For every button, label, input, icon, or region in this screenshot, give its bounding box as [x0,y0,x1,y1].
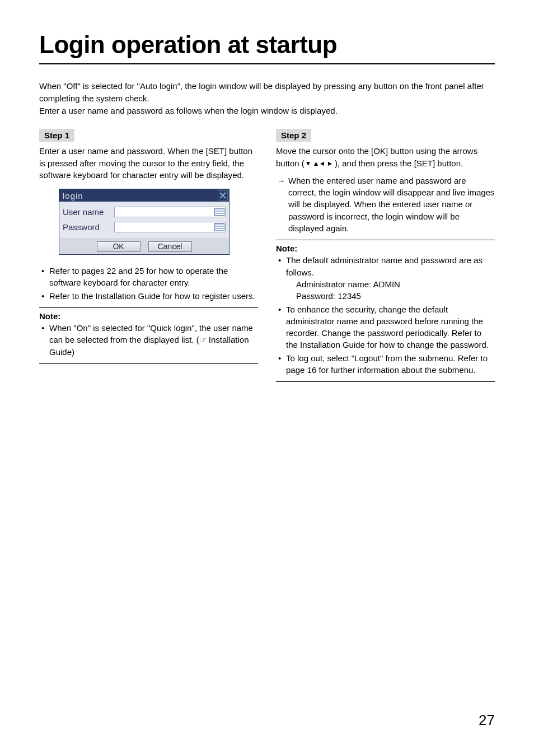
arrow-buttons-icon [305,158,335,168]
ok-button[interactable]: OK [97,241,140,252]
note-label: Note: [276,244,495,253]
password-label: Password [63,222,114,232]
intro-text: When "Off" is selected for "Auto login",… [39,80,495,116]
step1-bullets: Refer to pages 22 and 25 for how to oper… [39,265,258,302]
svg-marker-5 [328,162,332,166]
svg-marker-2 [306,162,310,166]
divider [276,381,495,382]
step2-note-bullets: The default administrator name and passw… [276,254,495,376]
note-label: Note: [39,311,258,321]
login-titlebar: login [59,189,229,202]
close-icon[interactable] [218,190,228,200]
page-title: Login operation at startup [39,31,495,64]
right-column: Step 2 Move the cursor onto the [OK] but… [276,129,495,385]
admin-pass-line: Password: 12345 [286,290,495,302]
divider [276,240,495,240]
cancel-button[interactable]: Cancel [148,241,192,252]
step2-text-b: ), and then press the [SET] button. [335,158,463,168]
step2-label: Step 2 [276,129,311,142]
step1-note-bullets: When "On" is selected for "Quick login",… [39,322,258,358]
note-bullet-text: The default administrator name and passw… [286,255,483,277]
list-item: When "On" is selected for "Quick login",… [39,322,258,358]
two-column-layout: Step 1 Enter a user name and password. W… [39,129,495,385]
list-item: The default administrator name and passw… [276,254,495,302]
step1-text: Enter a user name and password. When the… [39,145,258,181]
divider [39,363,258,364]
login-title: login [63,191,83,200]
list-item: Refer to the Installation Guide for how … [39,290,258,302]
list-item: Refer to pages 22 and 25 for how to oper… [39,265,258,289]
login-footer: OK Cancel [59,239,229,254]
username-field[interactable] [114,207,226,217]
keyboard-icon[interactable] [214,208,224,216]
list-item: To log out, select "Logout" from the sub… [276,352,495,376]
admin-name-line: Administrator name: ADMIN [286,278,495,290]
keyboard-icon[interactable] [214,223,224,231]
svg-marker-4 [320,162,324,166]
result-arrow-text: When the entered user name and password … [276,175,495,234]
password-field[interactable] [114,222,226,232]
page-number: 27 [479,712,495,729]
step2-text: Move the cursor onto the [OK] button usi… [276,145,495,169]
list-item: To enhance the security, change the defa… [276,304,495,351]
divider [39,307,258,308]
step1-label: Step 1 [39,129,74,142]
login-dialog-figure: login User name [59,189,229,255]
username-label: User name [63,207,114,217]
login-body: User name Password [59,202,229,239]
svg-marker-3 [314,162,318,166]
left-column: Step 1 Enter a user name and password. W… [39,129,258,385]
